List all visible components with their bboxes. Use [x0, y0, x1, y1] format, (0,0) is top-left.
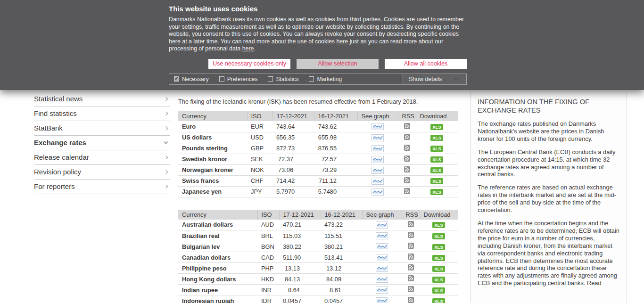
xls-download-button[interactable]: XLS	[432, 233, 445, 239]
currency-name: Brazilian real	[178, 230, 257, 241]
rate-17-12-2021: 872.73	[272, 143, 314, 154]
xls-download-button[interactable]: XLS	[430, 124, 443, 130]
rss-icon[interactable]	[408, 286, 414, 294]
sidebar-item-for-reporters[interactable]: For reporters	[34, 180, 170, 194]
rss-icon[interactable]	[408, 221, 414, 229]
cookie-policy-link[interactable]: here	[336, 38, 348, 45]
currency-name: Euro	[178, 121, 247, 132]
checkbox-icon[interactable]	[174, 76, 179, 82]
xls-download-button[interactable]: XLS	[432, 266, 445, 272]
currency-name: Australian dollars	[178, 220, 257, 230]
see-graph-icon[interactable]	[372, 167, 384, 174]
sidebar-item-statistical-news[interactable]: Statistical news	[34, 92, 170, 106]
xls-download-button[interactable]: XLS	[432, 255, 445, 261]
rate-16-12-2021: 8.61	[321, 285, 362, 295]
see-graph-icon[interactable]	[376, 243, 388, 250]
rss-cell	[398, 121, 416, 132]
rss-icon[interactable]	[404, 156, 410, 163]
sidebar-item-release-calendar[interactable]: Release calendar	[34, 150, 170, 165]
chevron-down-icon	[454, 77, 458, 81]
see-graph-icon[interactable]	[372, 156, 384, 163]
rss-icon[interactable]	[404, 145, 410, 152]
rss-icon[interactable]	[404, 123, 410, 131]
iso-code: CHF	[247, 175, 272, 186]
rss-icon[interactable]	[404, 134, 410, 141]
checkbox-label: Necessary	[182, 76, 209, 82]
see-graph-icon[interactable]	[372, 178, 384, 185]
xls-download-button[interactable]: XLS	[430, 167, 443, 173]
currency-name: Swedish kronor	[178, 154, 247, 164]
rss-icon[interactable]	[408, 297, 414, 303]
rate-17-12-2021: 470.21	[279, 220, 321, 230]
iso-code: HKD	[257, 274, 279, 285]
currency-name: Japanese yen	[178, 186, 247, 197]
see-graph-icon[interactable]	[376, 232, 388, 239]
see-graph-icon[interactable]	[376, 265, 388, 272]
currency-name: Philippine peso	[178, 263, 257, 274]
rss-icon[interactable]	[408, 243, 414, 250]
rss-icon[interactable]	[408, 254, 414, 261]
checkbox-label: Marketing	[317, 76, 342, 82]
see-graph-icon[interactable]	[372, 188, 384, 196]
preferences-checkbox[interactable]: Preferences	[219, 76, 258, 82]
rss-icon[interactable]	[408, 232, 414, 239]
personal-data-link[interactable]: here	[242, 45, 254, 52]
column-header: Download	[416, 111, 458, 121]
rate-17-12-2021: 115.03	[279, 230, 321, 241]
column-header: ISO	[247, 111, 272, 121]
checkbox-icon[interactable]	[309, 76, 314, 82]
necessary-checkbox[interactable]: Necessary	[174, 76, 209, 82]
xls-download-button[interactable]: XLS	[432, 298, 445, 303]
see-graph-icon[interactable]	[376, 276, 388, 283]
rate-16-12-2021: 473.22	[321, 220, 362, 230]
see-graph-icon[interactable]	[376, 221, 388, 229]
rate-17-12-2021: 8.64	[279, 285, 321, 295]
sidebar-item-find-statistics[interactable]: Find statistics	[34, 106, 170, 121]
currency-name: Indian rupee	[178, 285, 257, 295]
xls-download-button[interactable]: XLS	[430, 189, 443, 195]
rss-cell	[402, 252, 420, 263]
xls-download-button[interactable]: XLS	[432, 244, 445, 250]
see-graph-cell	[362, 274, 402, 285]
column-header: 16-12-2021	[314, 111, 357, 121]
rss-icon[interactable]	[404, 166, 410, 174]
currency-row: Indonesian rupiahIDR0.04570.0457XLS	[178, 295, 458, 303]
rate-17-12-2021: 84.13	[279, 274, 321, 285]
xls-download-button[interactable]: XLS	[432, 222, 445, 228]
rss-icon[interactable]	[404, 177, 410, 185]
checkbox-icon[interactable]	[268, 76, 273, 82]
see-graph-cell	[362, 220, 402, 230]
use-necessary-cookies-button[interactable]: Use necessary cookies only	[208, 59, 290, 69]
xls-download-button[interactable]: XLS	[432, 287, 445, 294]
rate-17-12-2021: 511.90	[279, 252, 321, 263]
see-graph-icon[interactable]	[376, 254, 388, 261]
allow-selection-button[interactable]: Allow selection	[297, 59, 379, 69]
column-header: RSS	[398, 111, 416, 121]
rss-icon[interactable]	[404, 188, 410, 196]
xls-download-button[interactable]: XLS	[432, 277, 445, 283]
chevron-down-icon	[164, 140, 168, 144]
rate-16-12-2021: 743.62	[314, 121, 357, 132]
xls-download-button[interactable]: XLS	[430, 135, 443, 141]
see-graph-icon[interactable]	[376, 297, 388, 303]
cookie-settings-link[interactable]: here	[169, 38, 181, 45]
see-graph-icon[interactable]	[376, 287, 388, 294]
checkbox-icon[interactable]	[219, 76, 224, 82]
allow-all-cookies-button[interactable]: Allow all cookies	[385, 59, 467, 69]
xls-download-button[interactable]: XLS	[430, 156, 443, 163]
sidebar-item-revision-policy[interactable]: Revision policy	[34, 165, 170, 180]
show-details-button[interactable]: Show details	[403, 74, 467, 85]
xls-download-button[interactable]: XLS	[430, 146, 443, 152]
marketing-checkbox[interactable]: Marketing	[309, 76, 342, 82]
statistics-checkbox[interactable]: Statistics	[268, 76, 298, 82]
sidebar-item-statbank[interactable]: StatBank	[34, 121, 170, 136]
see-graph-icon[interactable]	[372, 123, 384, 130]
sidebar-item-exchange-rates[interactable]: Exchange rates	[34, 136, 170, 150]
rss-icon[interactable]	[408, 275, 414, 283]
column-header: Currency	[178, 111, 247, 121]
see-graph-icon[interactable]	[372, 145, 384, 152]
iso-code: AUD	[257, 220, 279, 230]
see-graph-icon[interactable]	[372, 134, 384, 141]
rss-icon[interactable]	[408, 264, 414, 272]
xls-download-button[interactable]: XLS	[430, 178, 443, 184]
